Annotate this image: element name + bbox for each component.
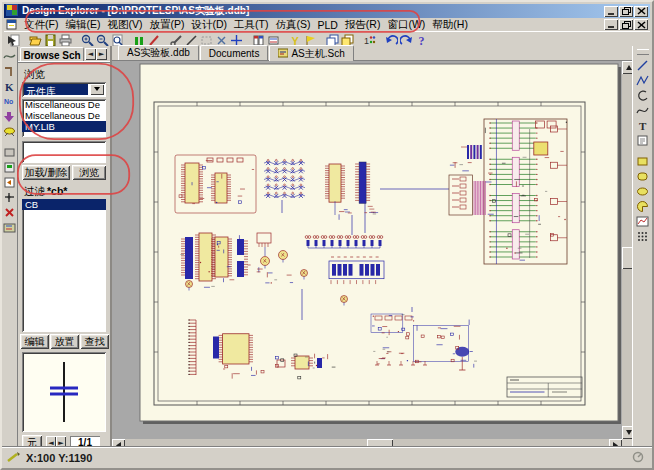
bus-icon[interactable] [3, 64, 17, 79]
svg-text:1: 1 [364, 36, 369, 46]
menu-item-9[interactable]: 报告(R) [345, 18, 381, 32]
mdi-restore-button[interactable] [619, 19, 633, 30]
document-tab-3[interactable]: AS主机.Sch [269, 45, 353, 61]
add-remove-button[interactable]: 加载/删除 [22, 165, 70, 180]
help-icon[interactable]: ? [414, 33, 429, 47]
menu-item-8[interactable]: PLD [317, 19, 337, 31]
library-list-item[interactable]: Miscellaneous De [22, 99, 106, 110]
status-icon [7, 449, 20, 467]
filter-label: 过滤 [24, 185, 45, 199]
power-port-icon[interactable] [3, 109, 17, 124]
net-label-icon[interactable]: K [3, 79, 17, 94]
menu-item-3[interactable]: 视图(V) [107, 18, 142, 32]
menu-item-6[interactable]: 工具(T) [234, 18, 268, 32]
window-title: Design Explorer - [D:\PROTELSP\AS实验板.ddb… [22, 4, 249, 18]
menu-item-5[interactable]: 设计(D) [191, 18, 227, 32]
menu-item-10[interactable]: 窗口(W) [387, 18, 425, 32]
menu-bar: 文件(F)编辑(E)视图(V)放置(P)设计(D)工具(T)仿真(S)PLD报告… [4, 18, 650, 31]
pie-icon[interactable] [636, 199, 650, 214]
paste-array-icon[interactable] [636, 229, 650, 244]
capacitor-symbol [22, 352, 106, 432]
status-right-icon [632, 449, 644, 467]
sheet-entry-icon[interactable] [3, 175, 17, 190]
rectangle-icon[interactable] [636, 154, 650, 169]
restore-button[interactable] [619, 6, 633, 17]
library-list[interactable]: Miscellaneous DeMiscellaneous DeMY.LIB [22, 99, 106, 137]
mdi-close-button[interactable] [634, 19, 648, 30]
junction-icon[interactable] [3, 145, 17, 160]
menu-item-2[interactable]: 编辑(E) [65, 18, 100, 32]
browse-label: 浏览 [24, 68, 45, 82]
round-rectangle-icon[interactable] [636, 169, 650, 184]
library-list-extra[interactable] [22, 141, 106, 163]
sheet-symbol-icon[interactable] [3, 160, 17, 175]
place-button[interactable]: 放置 [50, 334, 79, 349]
panel-tab-left-arrow[interactable]: ◄ [85, 48, 96, 60]
zoom-in-icon[interactable] [80, 33, 95, 47]
menu-item-11[interactable]: 帮助(H) [432, 18, 468, 32]
edit-button[interactable]: 编辑 [20, 334, 49, 349]
title-bar: Design Explorer - [D:\PROTELSP\AS实验板.ddb… [4, 4, 650, 18]
save-icon[interactable] [43, 33, 58, 47]
graph-icon[interactable] [636, 214, 650, 229]
library-type-dropdown[interactable]: 元件库 [22, 82, 106, 97]
schematic-canvas[interactable] [112, 61, 622, 439]
drawing-tools-toolbar: T [632, 46, 652, 448]
ellipse-icon[interactable] [636, 184, 650, 199]
document-tab-label: Documents [209, 48, 260, 59]
pcb-directive-icon[interactable] [3, 220, 17, 235]
menu-item-7[interactable]: 仿真(S) [275, 18, 310, 32]
status-bar: X:100 Y:1190 [2, 447, 652, 468]
net-identifier-icon[interactable]: No [3, 94, 17, 109]
library-list-item[interactable]: Miscellaneous De [22, 110, 106, 121]
svg-text:?: ? [419, 34, 425, 47]
svg-text:T: T [639, 120, 647, 132]
document-tab-label: AS实验板.ddb [127, 46, 190, 60]
document-tab-2[interactable]: Documents [200, 45, 269, 60]
bezier-icon[interactable] [636, 103, 650, 118]
wiring-tools-toolbar: KNo [2, 47, 18, 448]
arc-icon[interactable] [636, 88, 650, 103]
component-list[interactable]: CB [22, 199, 106, 332]
polyline-icon[interactable] [636, 73, 650, 88]
schematic-doc-icon [278, 48, 288, 60]
component-list-item[interactable]: CB [22, 199, 106, 210]
library-type-value: 元件库 [24, 84, 88, 95]
browse-sch-panel: Browse Sch ◄ ► 浏览 元件库 Miscellaneous DeMi… [18, 46, 112, 448]
line-icon[interactable] [636, 58, 650, 73]
select-document-icon[interactable] [6, 33, 21, 47]
document-tab-1[interactable]: AS实验板.ddb [118, 45, 199, 60]
text-icon[interactable]: T [636, 118, 650, 133]
annotate-icon[interactable]: 1 [362, 33, 377, 47]
svg-text:K: K [5, 81, 14, 93]
text-frame-icon[interactable] [636, 133, 650, 148]
cursor-coordinates: X:100 Y:1190 [26, 452, 92, 464]
probe-point-icon[interactable] [3, 190, 17, 205]
open-icon[interactable] [28, 33, 43, 47]
mdi-minimize-button[interactable] [604, 19, 618, 30]
undo-icon[interactable] [384, 33, 399, 47]
zoom-out-icon[interactable] [95, 33, 110, 47]
document-tab-bar: AS实验板.ddbDocumentsAS主机.Sch [112, 46, 636, 61]
browse-button[interactable]: 浏览 [72, 165, 106, 180]
no-erc-icon[interactable] [3, 205, 17, 220]
dropdown-arrow-icon[interactable] [90, 84, 104, 95]
redo-icon[interactable] [399, 33, 414, 47]
document-tab-label: AS主机.Sch [291, 47, 344, 61]
minimize-button[interactable] [604, 6, 618, 17]
toolbar-drag-handle[interactable] [637, 49, 649, 55]
find-button[interactable]: 查找 [80, 334, 109, 349]
part-icon[interactable] [3, 124, 17, 139]
svg-text:No: No [4, 98, 13, 105]
component-preview [22, 352, 106, 432]
print-icon[interactable] [58, 33, 73, 47]
menu-item-4[interactable]: 放置(P) [149, 18, 184, 32]
panel-tab-right-arrow[interactable]: ► [96, 48, 107, 60]
menu-item-1[interactable]: 文件(F) [24, 18, 58, 32]
filter-value[interactable]: *cb* [47, 185, 67, 199]
close-button[interactable] [634, 6, 648, 17]
tab-browse-sch[interactable]: Browse Sch [20, 47, 84, 62]
panel-buttons: 编辑放置查找 [20, 334, 110, 349]
library-list-item[interactable]: MY.LIB [22, 121, 106, 132]
wire-icon[interactable] [3, 49, 17, 64]
